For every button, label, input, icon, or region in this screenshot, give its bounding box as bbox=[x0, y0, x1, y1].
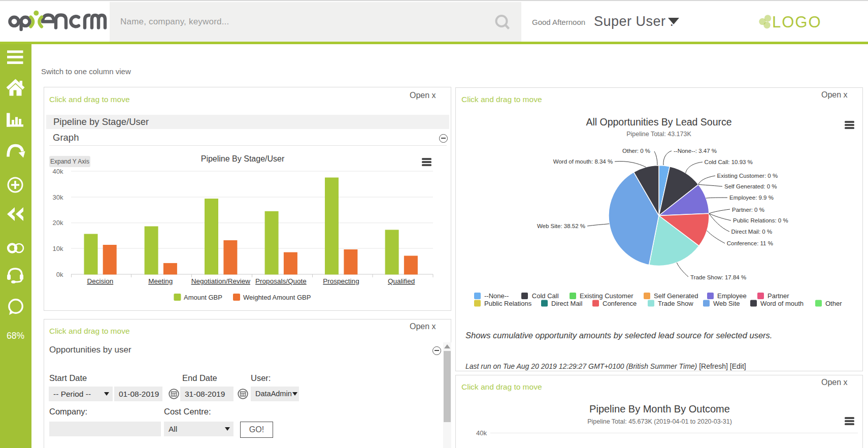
svg-text:Word of mouth: Word of mouth bbox=[760, 300, 804, 307]
svg-text:Prospecting: Prospecting bbox=[323, 277, 359, 285]
svg-text:Partner: Partner bbox=[767, 292, 789, 300]
svg-text:30k: 30k bbox=[53, 194, 63, 201]
svg-text:68%: 68% bbox=[7, 331, 24, 341]
svg-text:Negotiation/Review: Negotiation/Review bbox=[191, 277, 251, 285]
svg-text:20k: 20k bbox=[53, 219, 63, 227]
svg-text:40k: 40k bbox=[53, 168, 63, 175]
svg-text:Existing Customer: Existing Customer bbox=[580, 292, 633, 300]
svg-text:Self Generated: Self Generated bbox=[654, 292, 698, 300]
svg-text:Other: 0 %: Other: 0 % bbox=[622, 148, 650, 154]
svg-text:Conference: Conference bbox=[603, 300, 637, 307]
svg-text:Cold Call: Cold Call bbox=[532, 292, 559, 300]
svg-text:Partner: 0 %: Partner: 0 % bbox=[732, 207, 764, 213]
svg-text:--None--: --None-- bbox=[484, 292, 509, 300]
svg-text:Direct Mail: 0 %: Direct Mail: 0 % bbox=[731, 229, 773, 235]
svg-text:Web Site: 38.52 %: Web Site: 38.52 % bbox=[537, 223, 585, 229]
svg-text:All Opportunities By Lead Sour: All Opportunities By Lead Source bbox=[586, 116, 731, 127]
svg-text:Decision: Decision bbox=[87, 277, 113, 285]
svg-text:Existing Customer: 0 %: Existing Customer: 0 % bbox=[717, 173, 778, 179]
svg-text:Weighted Amount GBP: Weighted Amount GBP bbox=[243, 294, 311, 301]
svg-text:Qualified: Qualified bbox=[388, 277, 415, 285]
svg-text:Pipeline Total: 43.173K: Pipeline Total: 43.173K bbox=[626, 131, 691, 138]
svg-text:Public Relations: Public Relations bbox=[484, 300, 532, 307]
svg-text:Direct Mail: Direct Mail bbox=[551, 300, 583, 307]
svg-text:10k: 10k bbox=[53, 245, 63, 252]
svg-text:Employee: 9.9 %: Employee: 9.9 % bbox=[729, 195, 774, 201]
svg-text:Amount GBP: Amount GBP bbox=[184, 294, 222, 301]
svg-text:Self Generated: 0 %: Self Generated: 0 % bbox=[724, 183, 777, 189]
svg-text:Pipeline By Stage/User: Pipeline By Stage/User bbox=[201, 154, 285, 163]
svg-text:Other: Other bbox=[825, 300, 842, 307]
svg-text:0k: 0k bbox=[56, 271, 63, 278]
svg-text:Trade Show: Trade Show bbox=[658, 300, 693, 307]
svg-text:Trade Show: 17.84 %: Trade Show: 17.84 % bbox=[690, 274, 746, 280]
svg-text:Web Site: Web Site bbox=[713, 300, 740, 307]
svg-text:Word of mouth: 8.34 %: Word of mouth: 8.34 % bbox=[553, 158, 613, 165]
svg-text:Employee: Employee bbox=[717, 292, 747, 300]
svg-text:--None--: 3.47 %: --None--: 3.47 % bbox=[674, 148, 717, 154]
svg-text:Conference: 11 %: Conference: 11 % bbox=[727, 240, 773, 246]
svg-text:Meeting: Meeting bbox=[148, 277, 173, 285]
svg-text:Public Relations: 0 %: Public Relations: 0 % bbox=[733, 217, 788, 223]
svg-text:Proposals/Quote: Proposals/Quote bbox=[255, 277, 307, 285]
svg-text:Cold Call: 10.93 %: Cold Call: 10.93 % bbox=[705, 159, 753, 165]
